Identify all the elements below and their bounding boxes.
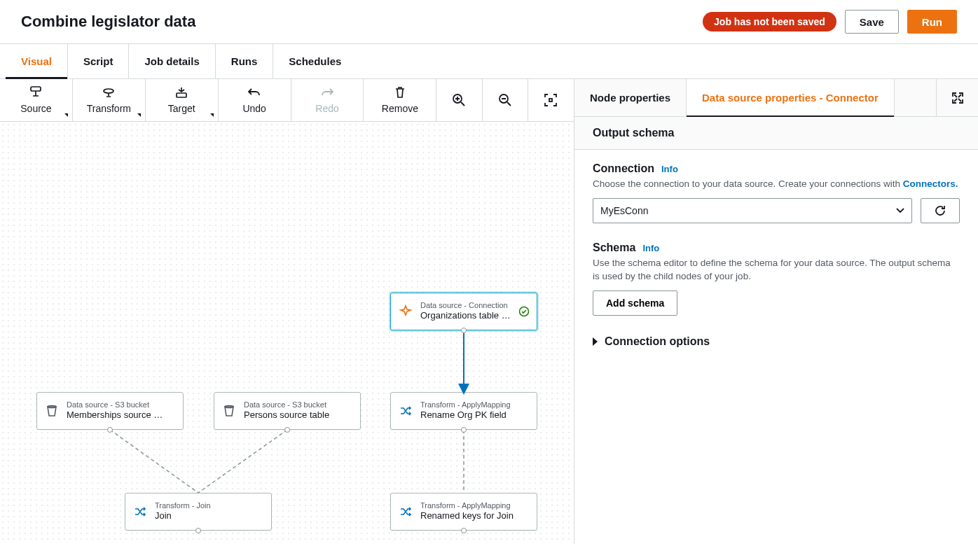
transform-icon xyxy=(101,86,116,99)
tab-schedules[interactable]: Schedules xyxy=(273,44,357,78)
schema-section-header: Schema Info xyxy=(593,241,960,254)
schema-info-link[interactable]: Info xyxy=(642,243,659,253)
bucket-icon xyxy=(221,403,237,419)
properties-tabs: Node properties Data source properties -… xyxy=(574,79,978,117)
expand-icon xyxy=(951,92,964,104)
graph-node-orgs[interactable]: Data source - ConnectionOrganizations ta… xyxy=(390,293,537,330)
connection-info-link[interactable]: Info xyxy=(661,164,678,174)
schema-title: Schema xyxy=(593,241,635,254)
add-schema-button[interactable]: Add schema xyxy=(593,290,677,316)
shuffle-icon xyxy=(398,504,413,519)
undo-icon xyxy=(247,86,261,99)
main-tabs: Visual Script Job details Runs Schedules xyxy=(0,44,978,79)
node-text: Data source - S3 bucketPersons source ta… xyxy=(244,400,353,421)
connection-section-header: Connection Info xyxy=(593,162,960,175)
svg-rect-0 xyxy=(31,87,41,91)
refresh-connection-button[interactable] xyxy=(921,198,960,223)
node-title-label: Rename Org PK field xyxy=(420,410,530,421)
node-port-bottom[interactable] xyxy=(461,427,467,433)
target-icon xyxy=(174,86,188,99)
tab-runs[interactable]: Runs xyxy=(216,44,274,78)
schema-helper: Use the schema editor to define the sche… xyxy=(593,257,960,284)
tab-job-details[interactable]: Job details xyxy=(129,44,215,78)
fit-screen-icon xyxy=(544,93,558,107)
header-actions: Job has not been saved Save Run xyxy=(703,10,957,34)
save-button[interactable]: Save xyxy=(845,10,899,34)
canvas-column: Source Transform Target xyxy=(0,79,574,544)
redo-icon xyxy=(320,86,334,99)
tab-node-properties[interactable]: Node properties xyxy=(574,79,687,116)
node-type-label: Transform - Join xyxy=(155,501,264,510)
node-port-bottom[interactable] xyxy=(461,328,467,333)
svg-line-10 xyxy=(110,430,198,493)
page-title: Combine legislator data xyxy=(21,13,195,31)
toolbar-target[interactable]: Target xyxy=(146,79,219,121)
node-title-label: Join xyxy=(155,510,264,522)
toolbar-fit[interactable] xyxy=(528,79,574,121)
unsaved-badge: Job has not been saved xyxy=(703,12,836,31)
toolbar-transform-label: Transform xyxy=(87,103,131,114)
graph-canvas[interactable]: Data source - ConnectionOrganizations ta… xyxy=(0,122,574,544)
node-title-label: Persons source table xyxy=(244,410,353,421)
toolbar-remove[interactable]: Remove xyxy=(364,79,436,121)
connection-title: Connection xyxy=(593,162,654,175)
node-text: Data source - ConnectionOrganizations ta… xyxy=(420,301,511,322)
spark-icon xyxy=(398,304,413,319)
toolbar-target-label: Target xyxy=(168,103,195,114)
svg-line-11 xyxy=(198,430,287,493)
node-title-label: Renamed keys for Join xyxy=(420,510,530,522)
shuffle-icon xyxy=(398,403,413,419)
toolbar-zoom-out[interactable] xyxy=(483,79,528,121)
zoom-in-icon xyxy=(452,93,466,107)
toolbar-remove-label: Remove xyxy=(382,103,418,114)
tab-visual[interactable]: Visual xyxy=(6,44,68,78)
tab-script[interactable]: Script xyxy=(68,44,130,78)
connection-selected-value: MyEsConn xyxy=(600,205,648,216)
tab-data-source-properties[interactable]: Data source properties - Connector xyxy=(687,79,895,116)
svg-rect-2 xyxy=(177,93,186,97)
graph-node-persons[interactable]: Data source - S3 bucketPersons source ta… xyxy=(214,392,361,430)
connection-select[interactable]: MyEsConn xyxy=(593,198,912,223)
svg-point-1 xyxy=(104,89,113,93)
dropdown-icon xyxy=(137,113,141,117)
node-type-label: Data source - S3 bucket xyxy=(67,400,176,410)
dropdown-icon xyxy=(64,113,68,117)
toolbar-redo-label: Redo xyxy=(315,103,338,114)
connection-options-expander[interactable]: Connection options xyxy=(593,335,960,348)
output-schema-heading: Output schema xyxy=(574,117,978,150)
toolbar-zoom-in[interactable] xyxy=(436,79,482,121)
node-text: Transform - ApplyMappingRename Org PK fi… xyxy=(420,400,530,421)
svg-rect-5 xyxy=(549,99,552,102)
graph-node-rename[interactable]: Transform - ApplyMappingRename Org PK fi… xyxy=(390,392,537,430)
node-port-bottom[interactable] xyxy=(195,528,201,533)
graph-node-renamed-keys[interactable]: Transform - ApplyMappingRenamed keys for… xyxy=(390,493,537,531)
run-button[interactable]: Run xyxy=(907,10,957,34)
node-type-label: Data source - S3 bucket xyxy=(244,400,353,410)
trash-icon xyxy=(394,86,406,99)
node-port-bottom[interactable] xyxy=(284,427,290,433)
graph-node-memberships[interactable]: Data source - S3 bucketMemberships sourc… xyxy=(36,392,184,430)
properties-body: Connection Info Choose the connection to… xyxy=(574,150,978,376)
node-port-bottom[interactable] xyxy=(461,528,467,533)
node-text: Data source - S3 bucketMemberships sourc… xyxy=(67,400,176,421)
graph-node-join[interactable]: Transform - JoinJoin xyxy=(125,493,272,531)
toolbar-redo[interactable]: Redo xyxy=(291,79,364,121)
bucket-icon xyxy=(44,403,60,419)
node-type-label: Transform - ApplyMapping xyxy=(420,400,530,410)
node-type-label: Data source - Connection xyxy=(420,301,511,310)
node-title-label: Organizations table s… xyxy=(420,310,511,322)
properties-panel: Node properties Data source properties -… xyxy=(574,79,978,544)
expand-panel-button[interactable] xyxy=(936,79,978,116)
node-title-label: Memberships source … xyxy=(67,410,176,421)
chevron-right-icon xyxy=(593,337,598,346)
node-port-bottom[interactable] xyxy=(107,427,113,433)
node-text: Transform - ApplyMappingRenamed keys for… xyxy=(420,501,530,522)
connectors-link[interactable]: Connectors. xyxy=(903,178,958,189)
workspace: Source Transform Target xyxy=(0,79,978,544)
zoom-out-icon xyxy=(498,93,512,107)
toolbar-transform[interactable]: Transform xyxy=(73,79,146,121)
node-type-label: Transform - ApplyMapping xyxy=(420,501,530,510)
toolbar-undo[interactable]: Undo xyxy=(219,79,291,121)
toolbar-source[interactable]: Source xyxy=(0,79,73,121)
connection-helper: Choose the connection to your data sourc… xyxy=(593,178,960,191)
